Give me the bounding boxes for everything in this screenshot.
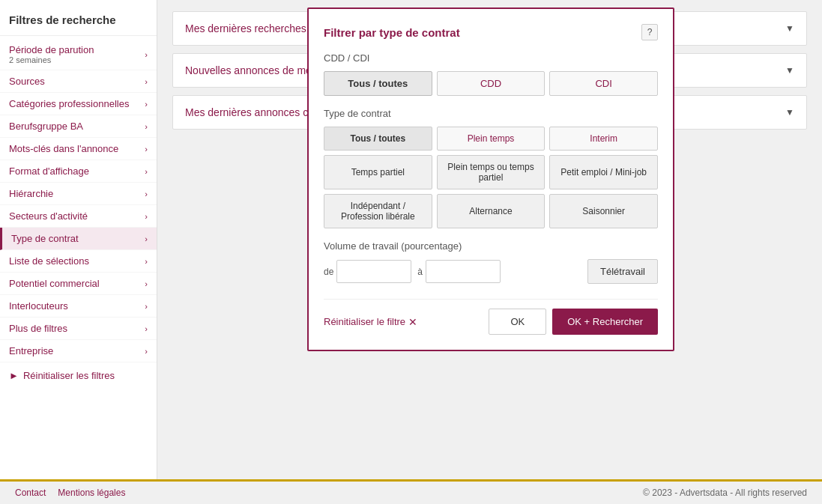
btn-temps-partiel[interactable]: Temps partiel (324, 155, 432, 189)
sidebar-item-berufsgruppe[interactable]: Berufsgruppe BA › (0, 115, 157, 138)
reset-filter-link[interactable]: Réinitialiser le filtre ✕ (324, 316, 417, 328)
filter-modal-title: Filtrer par type de contrat (324, 26, 460, 39)
volume-section: Volume de travail (pourcentage) de à Tél… (324, 240, 658, 284)
volume-de-group: de (324, 260, 411, 283)
ok-button[interactable]: OK (489, 309, 546, 335)
sidebar-item-format[interactable]: Format d'affichage › (0, 160, 157, 183)
chevron-right-icon: › (145, 302, 148, 311)
filter-modal: Filtrer par type de contrat ? CDD / CDI … (307, 7, 674, 351)
chevron-right-icon: › (145, 100, 148, 109)
reset-filter-label: Réinitialiser le filtre (324, 316, 405, 327)
type-contrat-grid: Tous / toutes Plein temps Interim Temps … (324, 127, 658, 228)
btn-plein-temps[interactable]: Plein temps (437, 127, 546, 151)
help-button[interactable]: ? (641, 24, 658, 40)
sidebar-item-categories[interactable]: Catégories professionnelles › (0, 93, 157, 115)
triangle-icon: ► (9, 370, 19, 381)
btn-interim[interactable]: Interim (549, 127, 658, 151)
content-area: Mes dernières recherches ▼ Nouvelles ann… (157, 0, 822, 479)
btn-tous-type[interactable]: Tous / toutes (324, 127, 432, 151)
filter-footer: Réinitialiser le filtre ✕ OK OK + Recher… (324, 299, 658, 335)
contact-link[interactable]: Contact (15, 488, 46, 498)
sidebar-item-secteurs-label: Secteurs d'activité (9, 210, 88, 222)
sidebar-item-plus-filtres[interactable]: Plus de filtres › (0, 318, 157, 340)
mentions-link[interactable]: Mentions légales (58, 488, 125, 498)
footer-links: Contact Mentions légales (15, 488, 125, 498)
sidebar-reset-label: Réinitialiser les filtres (23, 370, 115, 381)
page-wrapper: Filtres de recherche Période de parution… (0, 0, 822, 504)
chevron-down-icon: ▼ (785, 107, 794, 118)
volume-a-group: à (417, 260, 501, 283)
btn-alternance[interactable]: Alternance (437, 194, 546, 228)
ok-search-button[interactable]: OK + Rechercher (552, 309, 658, 335)
footer-buttons: OK OK + Rechercher (489, 309, 658, 335)
sidebar-item-periode[interactable]: Période de parution 2 semaines › (0, 39, 157, 70)
sidebar-item-entreprise-label: Entreprise (9, 345, 53, 356)
sidebar-item-categories-label: Catégories professionnelles (9, 98, 129, 109)
sidebar-item-interlocuteurs-label: Interlocuteurs (9, 300, 68, 312)
copyright: © 2023 - Advertsdata - All rights reserv… (643, 488, 807, 498)
sidebar-item-potentiel[interactable]: Potentiel commercial › (0, 273, 157, 295)
chevron-right-icon: › (145, 145, 148, 154)
sidebar-item-sources[interactable]: Sources › (0, 70, 157, 93)
teletravail-button[interactable]: Télétravail (587, 259, 658, 284)
chevron-right-icon: › (145, 347, 148, 356)
sidebar-item-entreprise[interactable]: Entreprise › (0, 340, 157, 362)
sidebar-item-liste-label: Liste de sélections (9, 255, 89, 267)
sidebar-title: Filtres de recherche (0, 7, 157, 36)
volume-a-input[interactable] (426, 260, 501, 283)
chevron-right-icon: › (145, 189, 148, 198)
volume-de-input[interactable] (336, 260, 411, 283)
sidebar-item-type-contrat-label: Type de contrat (11, 233, 79, 244)
sidebar-item-sources-label: Sources (9, 76, 45, 87)
main-layout: Filtres de recherche Période de parution… (0, 0, 822, 479)
help-label: ? (647, 27, 653, 37)
sidebar-item-interlocuteurs[interactable]: Interlocuteurs › (0, 295, 157, 318)
chevron-right-icon: › (145, 234, 148, 243)
sidebar-item-berufsgruppe-label: Berufsgruppe BA (9, 121, 83, 132)
volume-label: Volume de travail (pourcentage) (324, 240, 658, 252)
btn-plein-temps-partiel[interactable]: Plein temps ou temps partiel (437, 155, 546, 189)
chevron-right-icon: › (145, 50, 148, 59)
sidebar-item-mots-cles-label: Mots-clés dans l'annonce (9, 143, 118, 154)
chevron-right-icon: › (145, 324, 148, 333)
btn-cdi[interactable]: CDI (549, 71, 658, 96)
btn-saisonnier[interactable]: Saisonnier (549, 194, 658, 228)
sidebar-item-periode-label: Période de parution (9, 44, 94, 55)
sidebar-item-hierarchie-label: Hiérarchie (9, 188, 53, 199)
volume-inputs: de à Télétravail (324, 259, 658, 284)
sidebar-item-type-contrat[interactable]: Type de contrat › (0, 228, 157, 250)
chevron-right-icon: › (145, 122, 148, 131)
x-mark-icon: ✕ (408, 316, 417, 328)
btn-cdd[interactable]: CDD (437, 71, 546, 96)
chevron-right-icon: › (145, 212, 148, 221)
btn-tous-cdi-cdd[interactable]: Tous / toutes (324, 71, 432, 96)
sidebar-item-periode-sub: 2 semaines (9, 55, 94, 64)
sidebar-item-potentiel-label: Potentiel commercial (9, 278, 100, 289)
chevron-down-icon: ▼ (785, 23, 794, 34)
sidebar-item-format-label: Format d'affichage (9, 166, 89, 177)
volume-a-label: à (417, 267, 423, 277)
btn-independant[interactable]: Indépendant / Profession libérale (324, 194, 432, 228)
type-contrat-label: Type de contrat (324, 108, 658, 119)
chevron-right-icon: › (145, 257, 148, 266)
sidebar-reset[interactable]: ► Réinitialiser les filtres (0, 362, 157, 389)
btn-petit-emploi[interactable]: Petit emploi / Mini-job (549, 155, 658, 189)
sidebar-item-secteurs[interactable]: Secteurs d'activité › (0, 205, 157, 228)
chevron-right-icon: › (145, 77, 148, 86)
sidebar-item-plus-filtres-label: Plus de filtres (9, 323, 67, 334)
sidebar-item-liste[interactable]: Liste de sélections › (0, 250, 157, 273)
chevron-down-icon: ▼ (785, 65, 794, 76)
cdd-cdi-group: Tous / toutes CDD CDI (324, 71, 658, 96)
cdd-cdi-label: CDD / CDI (324, 52, 658, 64)
chevron-right-icon: › (145, 167, 148, 176)
footer-bar: Contact Mentions légales © 2023 - Advert… (0, 479, 822, 504)
accordion-dernieres-recherches-label: Mes dernières recherches (185, 22, 306, 34)
sidebar-item-hierarchie[interactable]: Hiérarchie › (0, 183, 157, 205)
chevron-right-icon: › (145, 279, 148, 288)
volume-de-label: de (324, 267, 333, 277)
sidebar-item-mots-cles[interactable]: Mots-clés dans l'annonce › (0, 138, 157, 160)
filter-modal-header: Filtrer par type de contrat ? (324, 24, 658, 40)
sidebar: Filtres de recherche Période de parution… (0, 0, 157, 479)
